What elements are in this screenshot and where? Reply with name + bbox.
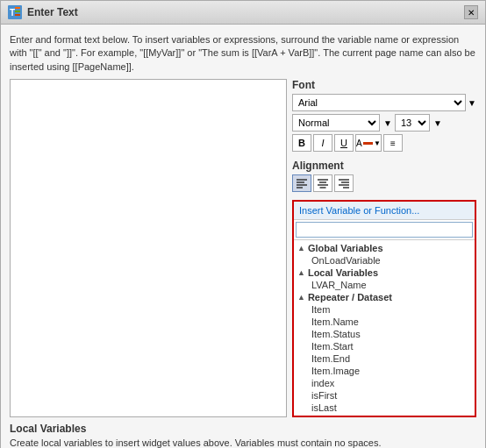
color-button[interactable]: A ▼ [355,134,382,152]
var-item-end[interactable]: Item.End [294,352,475,365]
group-repeater[interactable]: ▲ Repeater / Dataset [294,291,475,303]
align-btn-row [292,174,476,192]
var-item[interactable]: Item [294,303,475,316]
align-left-icon [297,178,307,188]
color-a-label: A [356,139,362,148]
var-item-name[interactable]: Item.Name [294,316,475,328]
font-size-select[interactable]: 13 [395,114,430,132]
color-underbar [363,142,373,145]
svg-text:T: T [10,8,15,18]
underline-button[interactable]: U [334,134,354,152]
dialog-body: Enter and format text below. To insert v… [1,25,485,448]
font-label: Font [292,79,476,91]
align-right-icon [339,178,349,188]
close-button[interactable]: ✕ [464,5,478,19]
underline-label: U [340,138,347,148]
text-editor[interactable] [10,79,287,417]
group-global-variables[interactable]: ▲ Global Variables [294,242,475,254]
alignment-label: Alignment [292,160,476,172]
bottom-section: Local Variables Create local variables t… [10,423,476,448]
var-index[interactable]: index [294,377,475,389]
color-dropdown-arrow: ▼ [374,139,381,147]
alignment-section: Alignment [292,160,476,192]
var-onloadvariable[interactable]: OnLoadVariable [294,254,475,267]
style-dropdown-arrow: ▼ [383,118,392,128]
font-style-row: Normal ▼ 13 ▼ [292,114,476,132]
local-variables-section: Local Variables Create local variables t… [10,423,476,448]
var-item-start[interactable]: Item.Start [294,340,475,352]
svg-rect-3 [15,11,20,12]
dialog-title: Enter Text [27,6,78,18]
bold-button[interactable]: B [292,134,311,152]
group-repeater-label: Repeater / Dataset [308,292,392,302]
font-style-select[interactable]: Normal [292,114,380,132]
right-panel: Font Arial ▼ Normal ▼ 13 [292,79,476,417]
italic-button[interactable]: I [313,134,332,152]
local-var-title: Local Variables [10,423,476,435]
align-right-button[interactable] [334,174,354,192]
size-dropdown-arrow: ▼ [433,118,442,128]
triangle-icon: ▲ [297,244,305,252]
instruction-text: Enter and format text below. To insert v… [10,33,476,74]
var-islast[interactable]: isLast [294,402,475,414]
variable-tree: ▲ Global Variables OnLoadVariable ▲ Loca… [294,240,475,416]
insert-variable-header[interactable]: Insert Variable or Function... [294,202,475,220]
triangle-icon-3: ▲ [297,293,305,302]
group-global-label: Global Variables [308,243,383,253]
font-section: Font Arial ▼ Normal ▼ 13 [292,79,476,154]
variable-search-input[interactable] [296,222,473,238]
group-local-variables[interactable]: ▲ Local Variables [294,267,475,279]
insert-variable-panel: Insert Variable or Function... ▲ Global … [292,200,476,417]
titlebar: T Enter Text ✕ [1,1,485,25]
svg-rect-2 [15,7,20,9]
search-row [294,220,475,240]
local-var-desc: Create local variables to insert widget … [10,437,476,448]
triangle-icon-2: ▲ [297,268,305,277]
var-item-image[interactable]: Item.Image [294,365,475,377]
font-dropdown-arrow: ▼ [468,98,476,108]
group-local-label: Local Variables [308,267,378,278]
svg-rect-4 [15,14,20,16]
align-center-button[interactable] [313,174,332,192]
list-button[interactable]: ≡ [383,134,403,152]
font-name-select[interactable]: Arial [292,94,466,111]
format-btn-row: B I U A ▼ ≡ [292,134,476,152]
dialog-icon: T [8,5,22,19]
title-left: T Enter Text [8,5,78,19]
enter-text-dialog: T Enter Text ✕ Enter and format text bel… [0,0,486,448]
font-name-row: Arial ▼ [292,94,476,111]
main-area: Font Arial ▼ Normal ▼ 13 [10,79,476,417]
var-lvar-name[interactable]: LVAR_Name [294,279,475,291]
var-item-status[interactable]: Item.Status [294,328,475,340]
var-isfirst[interactable]: isFirst [294,389,475,402]
align-center-icon [318,178,328,188]
align-left-button[interactable] [292,174,311,192]
